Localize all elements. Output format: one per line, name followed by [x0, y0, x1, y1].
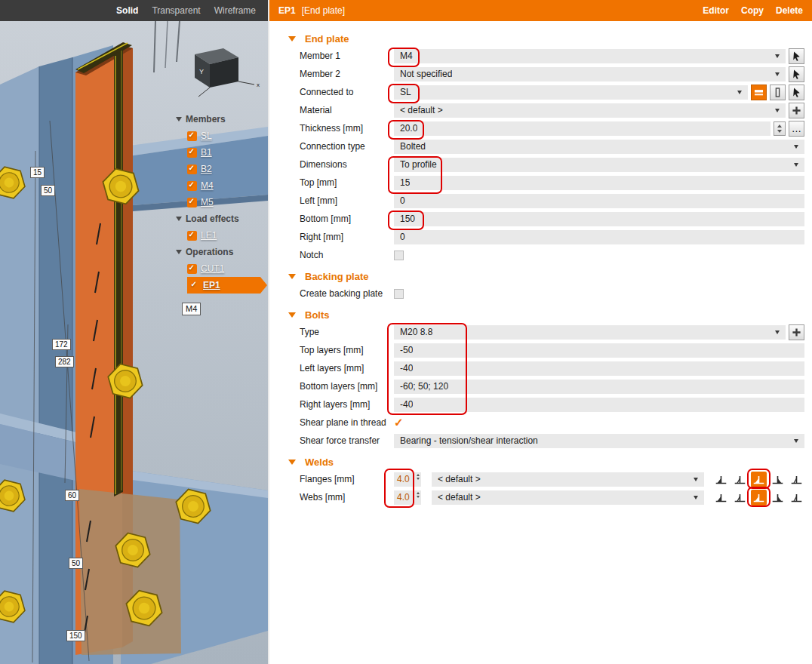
- checkbox-checked-icon[interactable]: [187, 181, 197, 191]
- member2-dropdown[interactable]: Not specified: [394, 67, 786, 81]
- tree-item-cut1[interactable]: CUT1: [176, 260, 260, 277]
- spinner-down-icon[interactable]: [777, 130, 782, 133]
- webs-weld-material-dropdown[interactable]: < default >: [432, 490, 704, 505]
- operation-title: EP1: [278, 5, 296, 16]
- top-input[interactable]: 15: [394, 176, 804, 190]
- collapse-triangle-icon[interactable]: [288, 312, 296, 318]
- create-backing-plate-checkbox[interactable]: [394, 289, 404, 299]
- spinner-down-icon[interactable]: [417, 478, 420, 480]
- collapse-triangle-icon[interactable]: [288, 460, 296, 465]
- thickness-more-button[interactable]: …: [789, 121, 804, 137]
- checkbox-checked-icon[interactable]: [187, 148, 197, 158]
- tree-item-le1[interactable]: LE1: [176, 227, 260, 244]
- webs-weld-option-5-button[interactable]: [789, 490, 804, 506]
- material-dropdown[interactable]: < default >: [394, 103, 786, 118]
- bolt-type-dropdown[interactable]: M20 8.8: [394, 325, 786, 340]
- flanges-weld-option-2-button[interactable]: [732, 472, 748, 487]
- render-mode-wireframe[interactable]: Wireframe: [214, 5, 256, 16]
- webs-size-input[interactable]: 4.0: [394, 490, 421, 505]
- member1-pick-button[interactable]: [789, 48, 804, 64]
- right-input[interactable]: 0: [394, 230, 804, 244]
- flanges-weld-option-5-button[interactable]: [789, 472, 804, 487]
- webs-weld-option-3-button-selected[interactable]: [751, 490, 767, 506]
- tree-item-ep1-selected[interactable]: EP1: [187, 277, 260, 294]
- tree-group-load-effects[interactable]: Load effects: [176, 211, 260, 227]
- bottom-layers-input[interactable]: -60; 50; 120: [394, 380, 804, 394]
- collapse-triangle-icon[interactable]: [176, 117, 182, 121]
- collapse-triangle-icon[interactable]: [176, 217, 182, 221]
- webs-weld-option-4-button[interactable]: [770, 490, 786, 506]
- flanges-value-spinner[interactable]: [417, 474, 420, 480]
- tree-group-members[interactable]: Members: [176, 111, 260, 128]
- notch-checkbox[interactable]: [394, 251, 404, 260]
- checkbox-checked-icon[interactable]: [187, 231, 197, 241]
- weld-symbol-icon: [733, 472, 747, 487]
- webs-weld-option-2-button[interactable]: [732, 490, 748, 506]
- flanges-weld-material-dropdown[interactable]: < default >: [432, 472, 704, 487]
- top-layers-input[interactable]: -50: [394, 343, 804, 358]
- tree-item-sl[interactable]: SL: [176, 128, 260, 144]
- 3d-scene[interactable]: Y x: [0, 0, 268, 664]
- add-material-button[interactable]: [789, 103, 804, 118]
- checkbox-checked-icon[interactable]: [187, 264, 197, 274]
- left-input[interactable]: 0: [394, 194, 804, 208]
- field-label: Type: [300, 327, 391, 337]
- right-layers-input[interactable]: -40: [394, 398, 804, 412]
- tree-item-m5[interactable]: M5: [176, 194, 260, 211]
- shear-plane-checkbox[interactable]: [394, 418, 404, 428]
- left-layers-input[interactable]: -40: [394, 361, 804, 376]
- checkbox-checked-icon[interactable]: [187, 164, 197, 174]
- checkbox-checked-icon[interactable]: [187, 198, 197, 208]
- plate-orientation-front-button[interactable]: [751, 85, 767, 100]
- row-top-layers: Top layers [mm] -50: [269, 341, 812, 359]
- connected-to-dropdown[interactable]: SL: [394, 85, 748, 100]
- plate-orientation-side-button[interactable]: [770, 85, 786, 100]
- tree-item-m4[interactable]: M4: [176, 177, 260, 194]
- collapse-triangle-icon[interactable]: [288, 274, 296, 279]
- render-mode-solid[interactable]: Solid: [116, 5, 138, 16]
- dimension-label: 15: [30, 167, 45, 178]
- thickness-input[interactable]: 20.0: [394, 121, 770, 136]
- flanges-weld-option-1-button[interactable]: [713, 472, 729, 487]
- flanges-size-input[interactable]: 4.0: [394, 472, 421, 487]
- spinner-up-icon[interactable]: [777, 124, 782, 128]
- delete-button[interactable]: Delete: [776, 5, 803, 16]
- bottom-input[interactable]: 150: [394, 212, 804, 226]
- checkbox-checked-icon[interactable]: [187, 131, 197, 141]
- dimensions-dropdown[interactable]: To profile: [394, 158, 804, 172]
- copy-button[interactable]: Copy: [741, 5, 764, 16]
- flanges-weld-option-4-button[interactable]: [770, 472, 786, 487]
- member2-pick-button[interactable]: [789, 66, 804, 82]
- webs-weld-option-1-button[interactable]: [713, 490, 729, 506]
- operation-header: EP1 [End plate] Editor Copy Delete: [269, 0, 812, 21]
- spinner-up-icon[interactable]: [417, 474, 420, 476]
- dimension-label: 50: [41, 185, 55, 196]
- webs-value-spinner[interactable]: [417, 492, 420, 498]
- connected-to-pick-button[interactable]: [789, 85, 804, 100]
- chevron-down-icon: [775, 72, 780, 76]
- row-member-1: Member 1 M4: [269, 47, 812, 65]
- section-title: Welds: [305, 456, 334, 468]
- add-bolt-assembly-button[interactable]: [789, 324, 804, 340]
- properties-form: End plate Member 1 M4 Member 2 Not speci…: [269, 30, 812, 506]
- tree-item-b2[interactable]: B2: [176, 161, 260, 177]
- member1-dropdown[interactable]: M4: [394, 49, 786, 63]
- row-shear-force-transfer: Shear force transfer Bearing - tension/s…: [269, 432, 812, 450]
- editor-button[interactable]: Editor: [703, 5, 729, 16]
- checkbox-checked-icon[interactable]: [189, 281, 199, 290]
- spinner-down-icon[interactable]: [417, 496, 420, 498]
- row-connected-to: Connected to SL: [269, 83, 812, 101]
- render-mode-transparent[interactable]: Transparent: [152, 5, 200, 16]
- collapse-triangle-icon[interactable]: [288, 36, 296, 42]
- thickness-spinner[interactable]: [774, 121, 786, 136]
- shear-force-transfer-dropdown[interactable]: Bearing - tension/shear interaction: [394, 434, 804, 448]
- ellipsis-icon: …: [792, 123, 801, 134]
- flanges-weld-option-3-button-selected[interactable]: [751, 472, 767, 487]
- connection-type-dropdown[interactable]: Bolted: [394, 140, 804, 154]
- spinner-up-icon[interactable]: [417, 492, 420, 494]
- 3d-viewport[interactable]: Y x Solid Transparent Wireframe Members …: [0, 0, 268, 664]
- operation-subtitle: [End plate]: [302, 5, 345, 16]
- collapse-triangle-icon[interactable]: [176, 250, 182, 254]
- tree-group-operations[interactable]: Operations: [176, 244, 260, 260]
- tree-item-b1[interactable]: B1: [176, 144, 260, 161]
